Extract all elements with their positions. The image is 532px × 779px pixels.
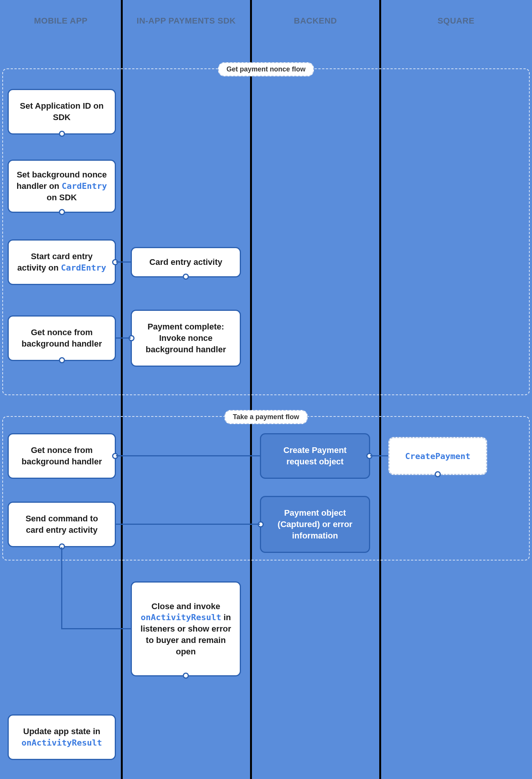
card-payment-complete: Payment complete: Invoke nonce backgroun…: [131, 310, 241, 367]
card-create-payment-api: CreatePayment: [388, 437, 487, 475]
connector-line: [116, 337, 131, 339]
lane-header-backend: BACKEND: [251, 0, 380, 42]
card-payment-object: Payment object (Captured) or error infor…: [260, 496, 370, 553]
lane-header-mobile: MOBILE APP: [0, 0, 122, 42]
connector-line: [370, 455, 388, 456]
lane-header-square: SQUARE: [380, 0, 532, 42]
connector-line: [116, 455, 260, 456]
card-set-bg-handler: Set background nonce handler on CardEntr…: [8, 160, 116, 213]
card-get-nonce-1: Get nonce from background handler: [8, 315, 116, 361]
connector-line: [61, 628, 131, 629]
connector-dot: [59, 357, 65, 363]
card-update-app-state: Update app state in onActivityResult: [8, 714, 116, 760]
card-close-invoke: Close and invoke onActivityResult in lis…: [131, 581, 241, 676]
connector-dot: [435, 471, 441, 477]
connector-line: [116, 261, 131, 263]
connector-line: [61, 547, 62, 629]
connector-line: [116, 524, 260, 525]
flow-label-payment: Take a payment flow: [225, 410, 308, 424]
connector-dot: [183, 673, 189, 679]
card-get-nonce-2: Get nonce from background handler: [8, 433, 116, 479]
card-start-card-entry: Start card entry activity on CardEntry: [8, 239, 116, 285]
card-send-command: Send command to card entry activity: [8, 502, 116, 547]
connector-dot: [59, 131, 65, 137]
connector-dot: [183, 274, 189, 280]
lane-header-sdk: IN-APP PAYMENTS SDK: [122, 0, 251, 42]
flow-label-nonce: Get payment nonce flow: [218, 62, 314, 76]
card-entry-activity: Card entry activity: [131, 247, 241, 277]
card-set-app-id: Set Application ID on SDK: [8, 89, 116, 135]
connector-dot: [59, 209, 65, 215]
card-create-payment-request: Create Payment request object: [260, 433, 370, 479]
